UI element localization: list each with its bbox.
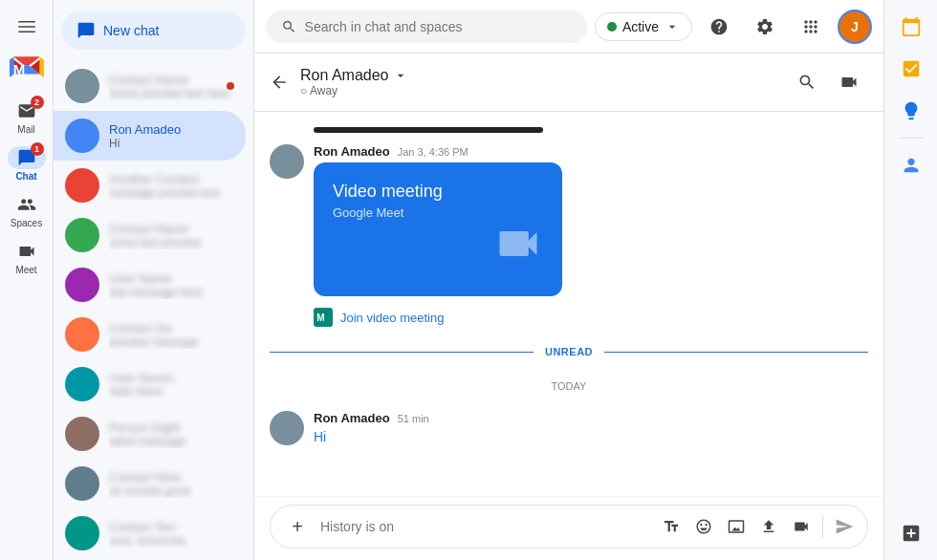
svg-text:M: M — [12, 61, 25, 77]
chat-name: Contact Name — [109, 222, 234, 236]
message-input-box: + — [270, 505, 868, 549]
dropdown-icon — [393, 68, 408, 83]
chat-name: Person Eight — [109, 420, 234, 435]
redacted-bar — [314, 127, 543, 133]
message-row: Ron Amadeo 51 min Hi — [270, 411, 868, 445]
chat-preview: Hi — [109, 137, 234, 150]
join-meeting-button[interactable]: M Join video meeting — [314, 308, 868, 327]
video-call-button[interactable] — [830, 63, 868, 101]
unread-line-right — [604, 352, 868, 353]
list-item[interactable]: Person Eight latest message — [54, 409, 246, 459]
hamburger-button[interactable] — [8, 8, 46, 46]
format-text-button[interactable] — [656, 511, 686, 542]
search-chat-button[interactable] — [788, 63, 826, 101]
unread-indicator — [227, 82, 234, 90]
meet-card: Video meeting Google Meet — [314, 162, 562, 296]
chat-info: Another Contact message preview text — [109, 172, 234, 200]
message-content: Ron Amadeo 51 min Hi — [314, 411, 868, 444]
chat-preview: some text preview — [109, 236, 234, 249]
chat-info: Contact Name some text preview — [109, 222, 234, 249]
chat-header: Ron Amadeo ○ Away — [254, 54, 883, 112]
apps-button[interactable] — [792, 8, 830, 46]
gmail-logo[interactable]: M — [10, 54, 44, 84]
send-button[interactable] — [829, 511, 860, 542]
nav-item-spaces[interactable]: Spaces — [0, 189, 53, 232]
insert-image-button[interactable] — [721, 511, 752, 542]
main-area: Active J Ron Amadeo ○ Away — [254, 0, 883, 560]
sidebar: New chat Contact Name Some preview text … — [54, 0, 254, 560]
join-label: Join video meeting — [340, 311, 444, 325]
search-box[interactable] — [266, 11, 587, 43]
new-chat-button[interactable]: New chat — [61, 11, 246, 50]
right-panel-divider — [900, 138, 923, 139]
chat-info: Ron Amadeo Hi — [109, 122, 234, 150]
message-content: Ron Amadeo Jan 3, 4:36 PM Video meeting … — [314, 144, 868, 327]
mail-badge: 2 — [31, 96, 44, 109]
list-item[interactable]: Contact Six preview message — [54, 310, 246, 359]
user-avatar[interactable]: J — [838, 10, 872, 44]
chat-info: Contact Name Some preview text here — [109, 73, 234, 100]
chat-name: Another Contact — [109, 172, 234, 186]
chat-name: Contact Six — [109, 321, 234, 335]
svg-text:M: M — [316, 312, 324, 323]
chat-item[interactable]: Contact Name Some preview text here — [54, 61, 246, 111]
settings-button[interactable] — [746, 8, 784, 46]
chat-header-actions — [788, 63, 868, 101]
status-dot — [607, 22, 617, 32]
nav-mail-label: Mail — [17, 124, 34, 135]
avatar — [65, 466, 99, 501]
back-button[interactable] — [270, 73, 289, 92]
video-button[interactable] — [786, 511, 817, 542]
chat-item-ron[interactable]: Ron Amadeo Hi — [54, 111, 246, 161]
meet-logo-icon: M — [314, 308, 333, 327]
input-actions — [656, 511, 860, 542]
chat-name: Contact Name — [109, 73, 234, 87]
keep-button[interactable] — [892, 92, 930, 130]
divider — [822, 515, 823, 538]
add-apps-button[interactable] — [892, 514, 930, 552]
list-item[interactable]: Contact Ten sure, tomorrow — [54, 508, 246, 558]
list-item[interactable]: Contact Nine ok sounds good — [54, 459, 246, 508]
status-button[interactable]: Active — [595, 12, 692, 41]
upload-button[interactable] — [753, 511, 784, 542]
avatar — [65, 168, 99, 203]
nav-item-mail[interactable]: 2 Mail — [0, 96, 53, 139]
unread-line-left — [270, 352, 534, 353]
message-time: Jan 3, 4:36 PM — [398, 146, 468, 158]
message-sender: Ron Amadeo — [314, 144, 390, 159]
list-item[interactable]: Contact Name some text preview — [54, 210, 246, 260]
search-input[interactable] — [305, 19, 572, 34]
help-button[interactable] — [700, 8, 738, 46]
list-item[interactable]: User Name last message here — [54, 260, 246, 310]
tasks-button[interactable] — [892, 50, 930, 88]
contacts-button[interactable] — [892, 146, 930, 184]
input-area: + — [254, 496, 883, 560]
nav-chat-label: Chat — [15, 171, 36, 182]
chat-info: Contact Six preview message — [109, 321, 234, 349]
unread-label: UNREAD — [545, 346, 593, 357]
list-item[interactable]: Another Contact message preview text — [54, 161, 246, 210]
add-attachment-button[interactable]: + — [282, 511, 313, 542]
message-row: Ron Amadeo Jan 3, 4:36 PM Video meeting … — [270, 144, 868, 327]
chat-info: User Name last message here — [109, 271, 234, 299]
camera-icon — [493, 219, 543, 277]
message-input[interactable] — [320, 519, 648, 534]
nav-item-chat[interactable]: 1 Chat — [0, 142, 53, 185]
meet-subtitle: Google Meet — [333, 205, 403, 220]
svg-rect-2 — [18, 32, 35, 33]
chat-status: ○ Away — [300, 84, 776, 97]
emoji-button[interactable] — [688, 511, 719, 542]
nav-item-meet[interactable]: Meet — [0, 236, 53, 279]
svg-rect-1 — [18, 26, 35, 28]
status-label: Active — [622, 19, 659, 34]
topbar-right: Active J — [595, 8, 872, 46]
chat-name: Ron Amadeo — [109, 122, 234, 137]
calendar-button[interactable] — [892, 8, 930, 46]
today-label: TODAY — [552, 380, 587, 392]
chat-preview: preview message — [109, 335, 234, 349]
svg-rect-0 — [18, 21, 35, 23]
chat-badge: 1 — [31, 142, 44, 156]
list-item[interactable]: User Seven hello there — [54, 359, 246, 409]
meet-title: Video meeting — [333, 182, 443, 202]
new-chat-label: New chat — [103, 23, 159, 38]
